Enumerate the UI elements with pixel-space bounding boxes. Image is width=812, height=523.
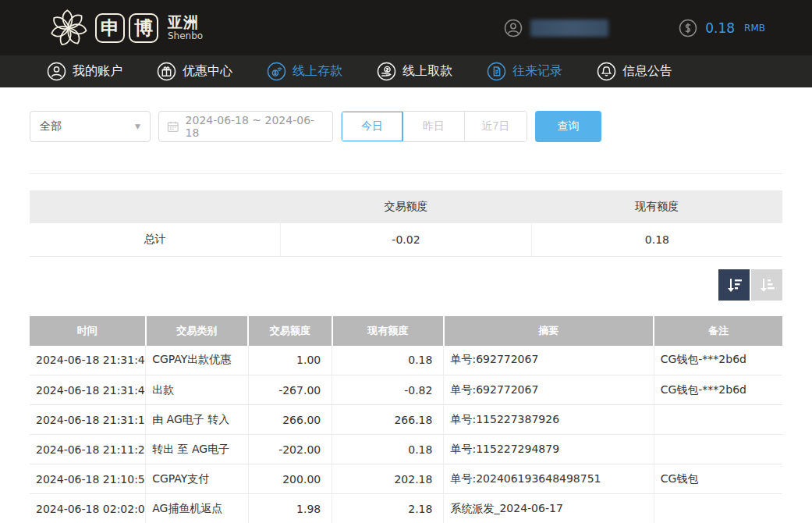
- sort-descending-button[interactable]: [718, 269, 750, 301]
- sort-controls: [30, 269, 782, 301]
- nav-item-my-account[interactable]: 我的账户: [47, 62, 122, 81]
- category-select[interactable]: 全部 ▼: [30, 111, 151, 142]
- cell-summary: 系统派发_2024-06-17: [444, 494, 654, 523]
- nav-label: 线上取款: [402, 63, 452, 80]
- table-row: 2024-06-18 21:11:22 转出 至 AG电子 -202.00 0.…: [30, 435, 782, 464]
- date-range-input[interactable]: 2024-06-18 ~ 2024-06-18: [158, 111, 333, 142]
- nav-label: 我的账户: [73, 63, 122, 80]
- cell-type: 出款: [146, 375, 248, 405]
- summary-col-current-amount: 现有额度: [531, 190, 782, 223]
- date-range-value: 2024-06-18 ~ 2024-06-18: [186, 114, 324, 139]
- sort-amount-desc-icon: [725, 276, 743, 294]
- nav-label: 信息公告: [622, 63, 672, 80]
- cell-current-amount: -0.82: [332, 375, 444, 405]
- summary-col-empty: [30, 190, 281, 223]
- col-remark: 备注: [654, 316, 782, 346]
- query-button[interactable]: 查询: [535, 111, 601, 142]
- main-nav: 我的账户 优惠中心 线上存款 线上取款 往来记录: [0, 55, 812, 87]
- col-trade-amount: 交易额度: [248, 316, 332, 346]
- brand-logo[interactable]: 申 博 亚洲 Shenbo: [47, 6, 203, 50]
- bell-icon: [597, 62, 616, 81]
- account-person-icon: [47, 62, 66, 81]
- cell-remark: [654, 405, 782, 435]
- cell-time: 2024-06-18 21:31:42: [30, 346, 146, 375]
- category-select-value: 全部: [40, 119, 62, 133]
- cell-type: 由 AG电子 转入: [146, 405, 248, 435]
- sort-amount-asc-icon: [757, 276, 776, 294]
- today-button[interactable]: 今日: [342, 112, 403, 141]
- chevron-down-icon: ▼: [135, 123, 140, 130]
- cell-type: 转出 至 AG电子: [146, 435, 248, 464]
- col-time: 时间: [30, 316, 146, 346]
- nav-item-transaction-records[interactable]: 往来记录: [487, 62, 562, 81]
- cell-type: CGPAY出款优惠: [146, 346, 248, 375]
- summary-current-amount-value: 0.18: [531, 223, 782, 256]
- transactions-table: 时间 交易类别 交易额度 现有额度 摘要 备注 2024-06-18 21:31…: [30, 316, 782, 523]
- logo-char-bo: 博: [129, 13, 158, 43]
- summary-total-row: 总计 -0.02 0.18: [30, 223, 782, 256]
- nav-label: 优惠中心: [183, 63, 232, 80]
- cell-type: CGPAY支付: [146, 464, 248, 494]
- nav-label: 往来记录: [512, 63, 562, 80]
- gift-icon: [157, 62, 176, 81]
- cell-time: 2024-06-18 21:10:51: [30, 464, 146, 494]
- content-area: 全部 ▼ 2024-06-18 ~ 2024-06-18 今日 昨日 近7日 查…: [0, 126, 812, 523]
- username-redacted: [530, 20, 608, 37]
- user-account-chip[interactable]: [504, 19, 608, 37]
- money-dollar-icon: [679, 19, 697, 37]
- logo-subtitle: Shenbo: [168, 31, 203, 41]
- logo-char-shen: 申: [95, 13, 125, 43]
- cell-remark: CG钱包-***2b6d: [654, 375, 782, 405]
- cell-summary: 单号:692772067: [444, 346, 654, 375]
- nav-item-announcements[interactable]: 信息公告: [597, 62, 672, 81]
- cell-summary: 单号:115227387926: [444, 405, 654, 435]
- col-summary: 摘要: [444, 316, 654, 346]
- cell-trade-amount: 266.00: [248, 405, 332, 435]
- records-icon: [487, 62, 506, 81]
- table-row: 2024-06-18 02:02:03 AG捕鱼机返点 1.98 2.18 系统…: [30, 494, 782, 523]
- nav-item-online-deposit[interactable]: 线上存款: [267, 62, 342, 81]
- cell-current-amount: 0.18: [332, 346, 444, 375]
- nav-item-promo-center[interactable]: 优惠中心: [157, 62, 232, 81]
- summary-header-row: 交易额度 现有额度: [30, 190, 782, 223]
- table-row: 2024-06-18 21:31:42 出款 -267.00 -0.82 单号:…: [30, 375, 782, 405]
- cell-current-amount: 2.18: [332, 494, 444, 523]
- cell-remark: CG钱包: [654, 464, 782, 494]
- cell-remark: [654, 435, 782, 464]
- yesterday-button[interactable]: 昨日: [403, 112, 465, 141]
- cell-time: 2024-06-18 21:31:42: [30, 375, 146, 405]
- filter-bar: 全部 ▼ 2024-06-18 ~ 2024-06-18 今日 昨日 近7日 查…: [30, 126, 782, 173]
- cell-current-amount: 0.18: [332, 435, 444, 464]
- summary-trade-amount-value: -0.02: [281, 223, 532, 256]
- calendar-icon: [167, 120, 179, 133]
- cell-summary: 单号:115227294879: [444, 435, 654, 464]
- cell-time: 2024-06-18 21:11:22: [30, 435, 146, 464]
- cell-trade-amount: 200.00: [248, 464, 332, 494]
- cell-trade-amount: 1.98: [248, 494, 332, 523]
- last7days-button[interactable]: 近7日: [465, 112, 527, 141]
- nav-label: 线上存款: [293, 63, 342, 80]
- table-row: 2024-06-18 21:31:13 由 AG电子 转入 266.00 266…: [30, 405, 782, 435]
- balance-amount: 0.18: [705, 20, 735, 36]
- cell-type: AG捕鱼机返点: [146, 494, 248, 523]
- sort-ascending-button[interactable]: [751, 269, 782, 301]
- cell-summary: 单号:202406193648498751: [444, 464, 654, 494]
- nav-item-online-withdrawal[interactable]: 线上取款: [377, 62, 452, 81]
- balance-currency: RMB: [744, 23, 765, 34]
- user-icon: [504, 19, 523, 37]
- transactions-header-row: 时间 交易类别 交易额度 现有额度 摘要 备注: [30, 316, 782, 346]
- cell-trade-amount: 1.00: [248, 346, 332, 375]
- logo-region-text: 亚洲: [168, 15, 203, 30]
- withdraw-hand-icon: [377, 62, 396, 81]
- top-header: 申 博 亚洲 Shenbo 0.18 RMB: [0, 0, 812, 55]
- summary-col-trade-amount: 交易额度: [281, 190, 532, 223]
- cell-trade-amount: -267.00: [248, 375, 332, 405]
- flower-logo-icon: [47, 6, 90, 50]
- table-row: 2024-06-18 21:10:51 CGPAY支付 200.00 202.1…: [30, 464, 782, 494]
- summary-total-label: 总计: [30, 223, 281, 256]
- table-row: 2024-06-18 21:31:42 CGPAY出款优惠 1.00 0.18 …: [30, 346, 782, 375]
- balance-display[interactable]: 0.18 RMB: [679, 19, 765, 37]
- cell-current-amount: 266.18: [332, 405, 444, 435]
- cell-remark: CG钱包-***2b6d: [654, 346, 782, 375]
- cell-remark: [654, 494, 782, 523]
